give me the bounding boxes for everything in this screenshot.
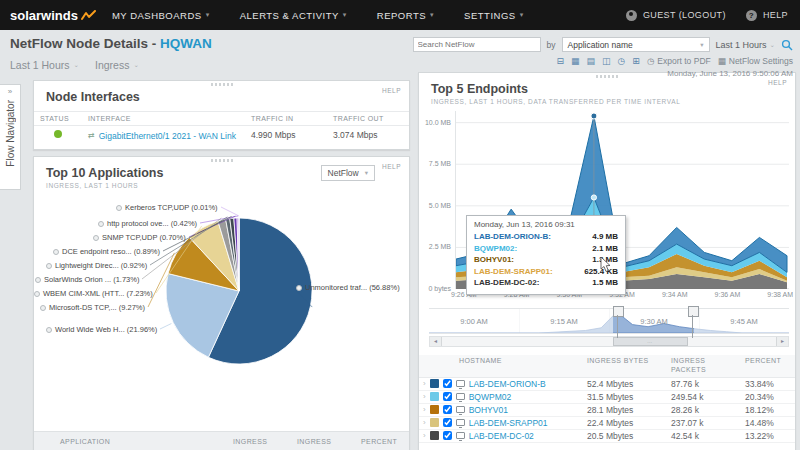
hostname-cell-content: ›BQWPM02 (423, 392, 579, 402)
pie-label[interactable]: World Wide Web H... (21.96%) (46, 325, 157, 334)
series-color-swatch (430, 431, 439, 440)
netflow-settings-button[interactable]: ▦NetFlow Settings (718, 56, 793, 66)
tooltip-series-value: 4.9 MB (592, 231, 618, 243)
col-status: STATUS (34, 112, 82, 126)
slider-handle-left[interactable] (613, 306, 622, 338)
panel-grip[interactable] (211, 83, 233, 86)
chevron-down-icon: ▾ (365, 169, 368, 177)
grid-view-icon[interactable]: ▦ (571, 56, 580, 66)
row-expander-icon[interactable]: › (423, 405, 426, 414)
panel-grip[interactable] (211, 159, 233, 162)
hostname-link[interactable]: BOHYV01 (469, 405, 508, 415)
source-dropdown[interactable]: NetFlow▾ (321, 165, 375, 181)
x-axis-tick: 9:38 AM (767, 291, 793, 298)
history-icon[interactable]: ◷ (618, 56, 626, 66)
scroll-left-arrow[interactable]: ◂ (430, 337, 442, 346)
scroll-right-arrow[interactable]: ▸ (776, 337, 788, 346)
direction-filter[interactable]: Ingress⌄ (95, 59, 139, 71)
column-view-icon[interactable]: ◫ (602, 56, 611, 66)
chart-view-icon[interactable]: ⊟ (556, 56, 564, 66)
time-range-filter[interactable]: Last 1 Hours⌄ (10, 59, 79, 71)
y-axis-tick: 5.0 MB (429, 202, 451, 209)
user-logout-link[interactable]: GUEST (LOGOUT) (643, 10, 726, 20)
slider-time-label: 9:30 AM (640, 317, 668, 326)
hostname-link[interactable]: LAB-DEM-SRAPP01 (469, 418, 548, 428)
top-endpoints-panel: HELP Top 5 Endpoints INGRESS, LAST 1 HOU… (418, 72, 796, 450)
pie-callout-line (221, 207, 239, 216)
scrollbar-thumb[interactable]: ⋯ (613, 337, 688, 346)
pie-label[interactable]: Unmonitored traf... (56.88%) (296, 283, 400, 292)
col-ingress-packets: INGRESS PACKETS (667, 355, 741, 377)
row-expander-icon[interactable]: › (423, 379, 426, 388)
nav-my-dashboards[interactable]: MY DASHBOARDS▾ (112, 10, 210, 21)
pie-label[interactable]: SolarWinds Orion ... (1.73%) (35, 275, 139, 284)
endpoint-row: ›BOHYV0128.1 Mbytes28.26 k18.12% (419, 403, 795, 416)
endpoint-checkbox[interactable] (443, 418, 452, 427)
pie-label-text: SolarWinds Orion ... (1.73%) (44, 275, 139, 284)
search-time-range[interactable]: Last 1 Hours⌄ (716, 40, 775, 50)
row-expander-icon[interactable]: › (423, 418, 426, 427)
slider-time-label: 9:45 AM (730, 317, 758, 326)
endpoint-checkbox[interactable] (443, 431, 452, 440)
endpoint-checkbox[interactable] (443, 392, 452, 401)
search-type-select[interactable]: Application name▾ (562, 37, 710, 52)
y-axis-tick: 10.0 MB (425, 119, 451, 126)
clock-icon: ◷ (647, 56, 654, 66)
hostname-link[interactable]: BQWPM02 (469, 392, 512, 402)
help-link[interactable]: HELP (382, 87, 401, 94)
endpoints-area-chart[interactable]: Monday, Jun 13, 2016 09:31 LAB-DEM-ORION… (455, 111, 789, 289)
by-label: by (547, 40, 556, 50)
col-ingress-bytes: INGRESS BYTES (583, 355, 667, 377)
percent-value: 20.34% (741, 390, 795, 403)
slider-handle-right[interactable] (688, 306, 697, 338)
chevron-down-icon: ⌄ (770, 41, 775, 49)
node-link-hqwan[interactable]: HQWAN (160, 36, 212, 51)
nav-settings[interactable]: SETTINGS▾ (464, 10, 524, 21)
flow-navigator-tab[interactable]: » Flow Navigator (0, 84, 21, 190)
export-to-pdf-button[interactable]: ◷Export to PDF (647, 56, 711, 66)
pie-label[interactable]: Lightweight Direc... (0.92%) (46, 261, 147, 270)
add-view-icon[interactable]: ⊞ (632, 56, 640, 66)
search-icon[interactable] (781, 39, 793, 51)
endpoint-checkbox[interactable] (443, 405, 452, 414)
interface-row: ⇄GigabitEthernet0/1 2021 - WAN Link 4.99… (34, 126, 409, 145)
help-link[interactable]: HELP (382, 163, 401, 170)
applications-table-header: APPLICATION INGRESS INGRESS PERCENT (34, 431, 409, 450)
settings-grid-icon: ▦ (718, 56, 726, 66)
help-link[interactable]: HELP (763, 10, 788, 20)
pie-label-text: WBEM CIM-XML (HTT... (7.23%) (43, 289, 153, 298)
help-link[interactable]: HELP (768, 79, 787, 86)
pie-label[interactable]: DCE endpoint reso... (0.89%) (53, 247, 160, 256)
search-input[interactable] (413, 37, 541, 52)
row-expander-icon[interactable]: › (423, 392, 426, 401)
pie-label[interactable]: Kerberos TCP,UDP (0.01%) (116, 203, 218, 212)
hostname-link[interactable]: LAB-DEM-ORION-B (469, 379, 546, 389)
row-expander-icon[interactable]: › (423, 431, 426, 440)
endpoints-table: HOSTNAME INGRESS BYTES INGRESS PACKETS P… (419, 355, 795, 443)
pie-label[interactable]: SNMP TCP,UDP (0.70%) (93, 233, 186, 242)
pie-label[interactable]: WBEM CIM-XML (HTT... (7.23%) (34, 289, 153, 298)
legend-dot-icon (46, 263, 52, 269)
host-icon (456, 432, 465, 439)
nav-reports[interactable]: REPORTS▾ (377, 10, 434, 21)
legend-dot-icon (53, 249, 59, 255)
pie-label[interactable]: http protocol ove... (0.42%) (98, 219, 197, 228)
nav-alerts-activity[interactable]: ALERTS & ACTIVITY▾ (240, 10, 347, 21)
chevron-down-icon: ⌄ (74, 61, 79, 69)
interface-link[interactable]: ⇄GigabitEthernet0/1 2021 - WAN Link (88, 131, 236, 141)
series-color-swatch (430, 392, 439, 401)
solarwinds-logo[interactable]: solarwinds (0, 8, 112, 23)
pie-label-text: Unmonitored traf... (56.88%) (305, 283, 400, 292)
y-axis-tick: 0 bytes (428, 285, 451, 292)
table-view-icon[interactable]: ▤ (586, 56, 595, 66)
hostname-link[interactable]: LAB-DEM-DC-02 (469, 431, 534, 441)
panel-subtitle: INGRESS, LAST 1 HOURS, DATA TRANSFERRED … (431, 98, 785, 105)
slider-overview-chart[interactable]: 9:00 AM9:15 AM9:30 AM9:45 AM (429, 308, 789, 334)
percent-value: 33.84% (741, 377, 795, 390)
slider-scrollbar[interactable]: ◂ ⋯ ▸ (429, 336, 789, 347)
pie-label[interactable]: Microsoft-DS TCP,... (9.27%) (40, 303, 145, 312)
endpoint-checkbox[interactable] (443, 379, 452, 388)
hostname-cell: ›BQWPM02 (419, 390, 583, 403)
endpoint-row: ›LAB-DEM-DC-0220.5 Mbytes42.54 k13.22% (419, 429, 795, 442)
mouse-cursor (600, 257, 612, 273)
